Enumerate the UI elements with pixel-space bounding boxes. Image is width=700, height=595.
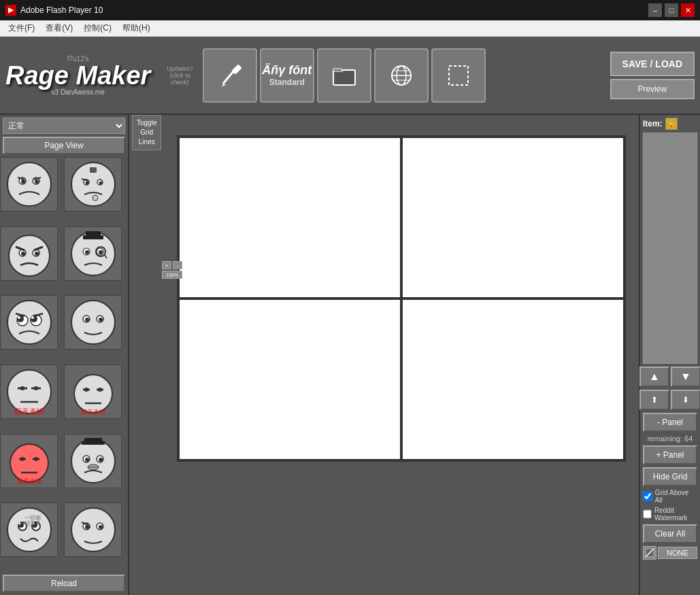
item-label: Item: [643,119,663,129]
reddit-watermark-checkbox[interactable] [643,509,652,519]
svg-point-89 [88,526,90,528]
list-item[interactable]: 一切都 结束了 [0,503,58,557]
svg-point-14 [35,180,39,184]
arrow-row-up: ▲ ▼ [639,367,700,387]
list-item[interactable] [0,157,58,211]
svg-point-36 [7,301,51,344]
zoom-in-button[interactable]: + [162,261,171,269]
list-item[interactable] [64,226,122,281]
svg-point-51 [20,386,24,390]
move-down-button[interactable]: ▼ [671,367,700,387]
menu-view[interactable]: 查看(V) [40,21,78,35]
pen-icon [216,62,244,89]
svg-point-31 [99,250,103,254]
menu-bar: 文件(F) 查看(V) 控制(C) 帮助(H) [0,20,700,37]
svg-point-19 [99,182,102,185]
clear-all-button[interactable]: Clear All [643,524,697,543]
face-image [69,230,117,277]
none-row: NONE [643,546,697,560]
face-label-red2: 面无表情 [1,477,57,486]
grid-above-all-checkbox[interactable] [643,492,652,501]
svg-point-47 [99,318,103,322]
zoom-indicator: + - 100% [162,261,182,279]
comic-canvas [177,135,626,462]
folder-tool-button[interactable] [317,48,371,103]
toolbar: f7u12's Rage Maker v3 DanAweso.me Update… [0,37,700,115]
list-item[interactable] [64,157,122,211]
svg-point-41 [18,316,20,319]
face-image [5,299,53,346]
move-up-button[interactable]: ▲ [639,367,669,387]
svg-point-71 [85,458,89,462]
face-label: 面无表情 [1,407,57,417]
globe-tool-button[interactable] [374,48,429,103]
list-item[interactable]: 面无表情 [0,434,58,488]
arrow-row-end: ⬆ ⬇ [639,390,700,410]
svg-rect-9 [449,66,468,85]
restore-button[interactable]: □ [665,3,678,17]
menu-control[interactable]: 控制(C) [78,21,117,35]
updates-text[interactable]: Updates? (click to check) [167,65,193,86]
save-load-button[interactable]: SAVE / LOAD [610,52,695,76]
preview-button[interactable]: Preview [610,79,695,99]
mode-select[interactable]: 正常 [3,118,125,134]
left-top: 正常 Page View [0,115,128,157]
svg-point-10 [7,163,51,206]
toggle-grid-button[interactable]: Toggle Grid Lines [132,115,161,150]
pen-tool-button[interactable] [203,48,257,103]
svg-point-26 [35,252,39,256]
menu-file[interactable]: 文件(F) [3,21,40,35]
comic-panel-2[interactable] [401,137,624,299]
move-bottom-button[interactable]: ⬇ [671,390,700,410]
list-item[interactable] [0,295,58,350]
face-grid: 面无表情 面无表情 [0,157,128,572]
app-logo[interactable]: f7u12's Rage Maker v3 DanAweso.me [5,55,150,96]
face-image [69,160,117,208]
comic-panel-4[interactable] [401,299,624,460]
face-image [69,437,117,485]
svg-point-80 [18,523,20,525]
svg-point-54 [74,375,112,413]
hide-grid-button[interactable]: Hide Grid [643,467,697,486]
selection-tool-button[interactable] [431,48,486,103]
none-label[interactable]: NONE [658,547,697,559]
reload-button[interactable]: Reload [3,575,125,592]
list-item[interactable] [0,226,58,281]
page-view-button[interactable]: Page View [3,137,125,154]
svg-point-57 [84,388,88,392]
none-icon [643,546,656,560]
minimize-button[interactable]: – [648,3,662,17]
svg-point-84 [71,508,115,551]
comic-panel-1[interactable] [178,137,401,299]
list-item[interactable] [64,295,122,350]
face-image [5,160,53,208]
window-controls: – □ ✕ [648,3,695,17]
menu-help[interactable]: 帮助(H) [117,21,156,35]
list-item[interactable] [64,434,122,488]
zoom-out-button[interactable]: - [173,261,182,269]
svg-point-25 [21,252,25,256]
left-panel: 正常 Page View [0,115,129,595]
globe-icon [388,62,415,89]
list-item[interactable]: 面无表情 [64,364,122,419]
svg-point-40 [31,316,37,322]
font-tool-button[interactable]: Äñγ fônt Standard [260,48,314,103]
app-icon: ▶ [5,5,16,16]
remaining-text: remaining: 64 [648,435,693,443]
list-item[interactable]: 面无表情 [0,364,58,419]
comic-panel-3[interactable] [178,299,401,460]
lock-icon: 🔒 [665,118,678,130]
list-item[interactable] [64,503,122,557]
plus-panel-button[interactable]: + Panel [643,445,697,464]
svg-point-46 [85,318,89,322]
move-top-button[interactable]: ⬆ [639,390,669,410]
svg-point-18 [85,182,88,185]
svg-rect-33 [86,231,101,238]
minus-panel-button[interactable]: - Panel [643,413,697,432]
svg-point-22 [9,235,50,276]
title-bar: ▶ Adobe Flash Player 10 – □ ✕ [0,0,700,20]
svg-point-30 [85,250,89,254]
right-panel: Item: 🔒 ▲ ▼ ⬆ ⬇ - Panel remaining: 64 + … [639,115,700,595]
face-image: 一切都 结束了 [5,506,53,554]
close-button[interactable]: ✕ [681,3,695,17]
